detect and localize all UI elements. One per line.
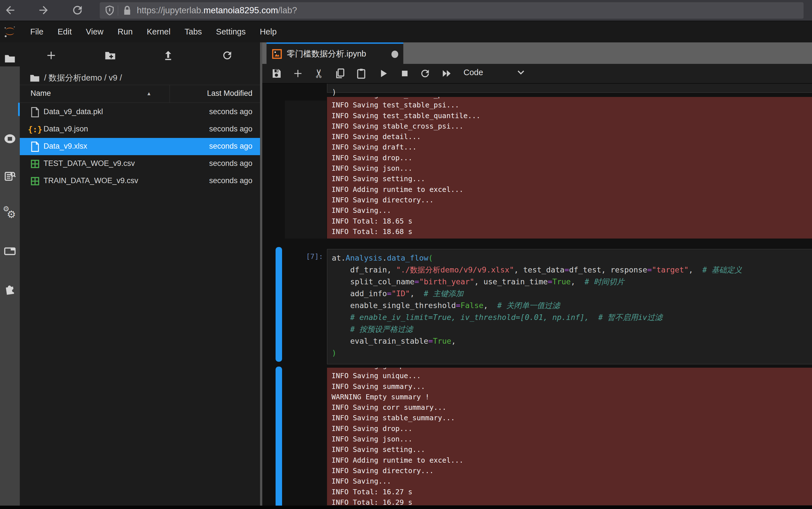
save-icon[interactable] bbox=[269, 66, 284, 81]
file-browser-icon[interactable] bbox=[0, 48, 20, 68]
file-modified: seconds ago bbox=[209, 107, 252, 116]
notebook-tab[interactable]: 零门槛数据分析.ipynb bbox=[267, 42, 403, 65]
url-separator bbox=[118, 5, 118, 15]
property-inspector-icon[interactable]: ⚙ ⚙ bbox=[0, 204, 20, 224]
output-line: INFO Saving setting... bbox=[332, 173, 812, 184]
back-icon[interactable] bbox=[3, 3, 18, 18]
file-name: Data_v9_data.pkl bbox=[43, 107, 103, 116]
extension-manager-icon[interactable] bbox=[0, 279, 20, 299]
file-modified: seconds ago bbox=[209, 142, 252, 150]
url-text[interactable]: https://jupyterlab.metanoia8295.com/lab? bbox=[137, 5, 297, 15]
panel-splitter[interactable] bbox=[260, 42, 262, 506]
notebook-scroll-area: ) INFO Saving train_stable_psi...INFO Sa… bbox=[262, 84, 812, 506]
file-list-header: Name ▲ Last Modified bbox=[20, 85, 260, 103]
file-modified: seconds ago bbox=[209, 176, 252, 185]
forward-icon[interactable] bbox=[36, 3, 51, 18]
code-line: # enable_iv_limit=True, iv_threshold=[0.… bbox=[332, 311, 812, 323]
stop-icon[interactable] bbox=[397, 66, 413, 81]
new-folder-icon[interactable] bbox=[102, 47, 118, 63]
file-browser-toolbar bbox=[20, 42, 260, 67]
output-prompt-margin bbox=[285, 101, 327, 239]
output-line: INFO Saving unique... bbox=[332, 371, 812, 381]
output-line: INFO Saving directory... bbox=[332, 195, 812, 205]
column-last-modified[interactable]: Last Modified bbox=[207, 89, 252, 98]
file-row[interactable]: Data_v9.xlsx seconds ago bbox=[20, 138, 260, 155]
reload-icon[interactable] bbox=[70, 3, 85, 18]
run-icon[interactable] bbox=[375, 66, 391, 81]
paste-icon[interactable] bbox=[353, 66, 369, 81]
menu-item-edit[interactable]: Edit bbox=[58, 27, 72, 36]
upload-icon[interactable] bbox=[160, 47, 176, 63]
browser-toolbar: https://jupyterlab.metanoia8295.com/lab? bbox=[0, 0, 812, 21]
execution-count: [7]: bbox=[262, 252, 323, 261]
menu-item-kernel[interactable]: Kernel bbox=[147, 27, 170, 36]
notebook-toolbar: ✂ Code bbox=[262, 64, 812, 84]
menu-item-file[interactable]: File bbox=[30, 27, 43, 36]
output-line: INFO Saving drop... bbox=[332, 423, 812, 434]
running-sessions-icon[interactable] bbox=[0, 129, 20, 149]
file-row[interactable]: Data_v9_data.pkl seconds ago bbox=[20, 103, 260, 121]
menu-items: FileEditViewRunKernelTabsSettingsHelp bbox=[23, 27, 284, 36]
output-line: INFO Saving json... bbox=[332, 163, 812, 173]
copy-icon[interactable] bbox=[332, 66, 348, 81]
output-line: INFO Saving summary... bbox=[332, 381, 812, 392]
output-line: INFO Saving test_stable_psi... bbox=[332, 100, 812, 110]
new-launcher-icon[interactable] bbox=[43, 47, 59, 63]
lock-icon[interactable] bbox=[122, 5, 132, 15]
breadcrumb-path[interactable]: / 数据分析demo / v9 / bbox=[44, 72, 122, 84]
output-line: INFO Adding runtime to excel... bbox=[332, 455, 812, 466]
file-row[interactable]: TRAIN_DATA_WOE_v9.csv seconds ago bbox=[20, 172, 260, 190]
output-line: INFO Saving drop... bbox=[332, 152, 812, 163]
output-line: INFO Saving json... bbox=[332, 434, 812, 444]
input-collapser[interactable] bbox=[276, 247, 282, 362]
output-line: INFO Adding runtime to excel... bbox=[332, 184, 812, 195]
code-cell-clipped[interactable]: ) bbox=[327, 84, 812, 93]
output-line: INFO Saving stable_summary... bbox=[332, 413, 812, 423]
caret-up-icon[interactable]: ▲ bbox=[146, 91, 151, 97]
column-name[interactable]: Name bbox=[31, 89, 51, 98]
tab-dirty-indicator[interactable] bbox=[392, 50, 398, 58]
code-line: at.Analysis.data_flow( bbox=[332, 252, 812, 264]
notebook-icon bbox=[272, 48, 282, 59]
output-line: INFO Total: 18.68 s bbox=[332, 226, 812, 237]
restart-kernel-icon[interactable] bbox=[417, 66, 433, 81]
add-cell-icon[interactable] bbox=[290, 66, 306, 81]
menu-item-help[interactable]: Help bbox=[260, 27, 277, 36]
file-row[interactable]: TEST_DATA_WOE_v9.csv seconds ago bbox=[20, 155, 260, 172]
menu-bar: FileEditViewRunKernelTabsSettingsHelp bbox=[0, 21, 812, 42]
chevron-down-icon[interactable] bbox=[515, 67, 527, 78]
output-line: INFO Saving test_stable_quantile... bbox=[332, 110, 812, 121]
window-bottom-edge bbox=[0, 506, 812, 509]
file-modified: seconds ago bbox=[209, 125, 252, 133]
shield-icon[interactable] bbox=[104, 5, 115, 16]
menu-item-tabs[interactable]: Tabs bbox=[184, 27, 202, 36]
file-modified: seconds ago bbox=[209, 159, 252, 168]
file-type-icon bbox=[30, 107, 40, 117]
restart-run-all-icon[interactable] bbox=[439, 66, 454, 81]
file-type-icon bbox=[30, 176, 40, 186]
file-row[interactable]: {:} Data_v9.json seconds ago bbox=[20, 121, 260, 138]
code-cell-input[interactable]: at.Analysis.data_flow( df_train, "./数据分析… bbox=[327, 249, 812, 364]
menu-item-run[interactable]: Run bbox=[117, 27, 133, 36]
file-type-icon bbox=[30, 141, 40, 152]
menu-item-settings[interactable]: Settings bbox=[216, 27, 246, 36]
code-line: # 按预设严格过滤 bbox=[332, 323, 812, 335]
output-line: WARNING Empty summary ! bbox=[332, 392, 812, 402]
cell-type-select[interactable]: Code bbox=[464, 68, 483, 77]
activity-sidebar: ⚙ ⚙ bbox=[0, 42, 20, 506]
output-line: INFO Saving directory... bbox=[332, 466, 812, 476]
inspector-icon[interactable] bbox=[0, 166, 20, 186]
cut-icon[interactable]: ✂ bbox=[311, 66, 327, 81]
menu-item-view[interactable]: View bbox=[86, 27, 103, 36]
url-bar[interactable]: https://jupyterlab.metanoia8295.com/lab? bbox=[100, 2, 804, 19]
folder-icon[interactable] bbox=[29, 73, 40, 83]
output-collapser[interactable] bbox=[276, 367, 282, 506]
output-line: INFO Saving stable_cross_psi... bbox=[332, 121, 812, 131]
breadcrumb[interactable]: / 数据分析demo / v9 / bbox=[29, 70, 122, 87]
open-tabs-icon[interactable] bbox=[0, 241, 20, 261]
file-type-icon: {:} bbox=[30, 124, 40, 135]
output-line: INFO Total: 16.27 s bbox=[332, 487, 812, 497]
file-name: TEST_DATA_WOE_v9.csv bbox=[43, 159, 135, 168]
file-list: Data_v9_data.pkl seconds ago {:} Data_v9… bbox=[20, 103, 260, 190]
refresh-icon[interactable] bbox=[219, 47, 235, 63]
